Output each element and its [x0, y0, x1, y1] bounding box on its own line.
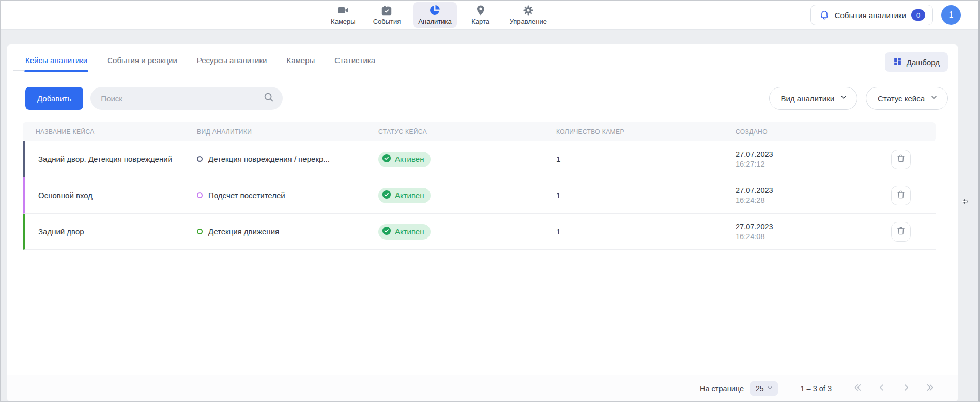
- nav-item-analytics[interactable]: Аналитика: [413, 2, 456, 28]
- delete-case-button[interactable]: [891, 222, 911, 242]
- double-chevron-right-icon: [925, 382, 936, 394]
- search-input[interactable]: [101, 94, 263, 103]
- events-count-badge: 0: [911, 9, 925, 21]
- nav-label: Камеры: [331, 18, 356, 25]
- bell-icon: [819, 9, 830, 21]
- created-date: 27.07.2023: [736, 186, 891, 195]
- status-cell: Активен: [378, 224, 556, 240]
- tab-events-reactions[interactable]: События и реакции: [106, 53, 178, 72]
- cases-table: НАЗВАНИЕ КЕЙСА ВИД АНАЛИТИКИ СТАТУС КЕЙС…: [23, 122, 936, 250]
- per-page-select[interactable]: 25: [750, 381, 778, 396]
- avatar[interactable]: 1: [941, 5, 961, 25]
- trash-icon: [896, 189, 906, 201]
- table-row[interactable]: Задний двор. Детекция повреждений Детекц…: [23, 141, 936, 177]
- mouse-cursor: [961, 198, 969, 207]
- analytics-type-cell: Детекция повреждения / перекр...: [197, 155, 378, 163]
- tab-cameras[interactable]: Камеры: [285, 53, 316, 72]
- first-page-button[interactable]: [852, 382, 863, 394]
- tabs: Кейсы аналитики События и реакции Ресурс…: [24, 53, 376, 72]
- per-page-value: 25: [756, 384, 764, 393]
- analytics-type-label: Детекция движения: [208, 227, 279, 236]
- analytics-events-button[interactable]: События аналитики 0: [810, 5, 933, 25]
- nav-item-cameras[interactable]: Камеры: [326, 2, 361, 28]
- analytics-events-label: События аналитики: [835, 11, 906, 20]
- column-header-cameras: КОЛИЧЕСТВО КАМЕР: [556, 128, 736, 136]
- column-header-type: ВИД АНАЛИТИКИ: [197, 128, 378, 136]
- created-date: 27.07.2023: [736, 222, 891, 231]
- nav-item-management[interactable]: Управление: [504, 2, 552, 28]
- trash-icon: [896, 226, 906, 237]
- row-actions: [891, 222, 936, 242]
- pager: [852, 382, 936, 394]
- analytics-type-ring-icon: [197, 192, 203, 198]
- analytics-type-ring-icon: [197, 156, 203, 162]
- check-circle-icon: [382, 226, 391, 237]
- tab-analytics-cases[interactable]: Кейсы аналитики: [24, 53, 88, 72]
- chevron-down-icon: [767, 384, 773, 393]
- tab-analytics-resources[interactable]: Ресурсы аналитики: [196, 53, 268, 72]
- main-navigation: Камеры События Аналитика Карта Управлени…: [326, 2, 552, 28]
- nav-label: Аналитика: [418, 18, 451, 25]
- analytics-type-cell: Подсчет посетителей: [197, 191, 378, 200]
- case-name: Основной вход: [25, 191, 197, 200]
- created-date: 27.07.2023: [736, 150, 891, 158]
- camera-count: 1: [556, 191, 736, 200]
- created-cell: 27.07.2023 16:27:12: [736, 150, 891, 168]
- delete-case-button[interactable]: [891, 186, 911, 205]
- column-header-name: НАЗВАНИЕ КЕЙСА: [23, 128, 197, 136]
- check-circle-icon: [382, 154, 391, 165]
- column-header-created: СОЗДАНО: [736, 128, 891, 136]
- status-cell: Активен: [378, 188, 556, 203]
- per-page-label: На странице: [700, 384, 744, 393]
- status-badge: Активен: [378, 224, 431, 240]
- status-badge: Активен: [378, 152, 431, 167]
- check-circle-icon: [382, 190, 391, 201]
- analytics-cases-panel: Кейсы аналитики События и реакции Ресурс…: [7, 44, 958, 401]
- analytics-type-label: Подсчет посетителей: [208, 191, 285, 200]
- nav-item-map[interactable]: Карта: [464, 2, 497, 28]
- status-badge: Активен: [378, 188, 431, 203]
- dashboard-button[interactable]: Дашборд: [885, 52, 948, 72]
- nav-label: События: [373, 18, 401, 25]
- table-header: НАЗВАНИЕ КЕЙСА ВИД АНАЛИТИКИ СТАТУС КЕЙС…: [23, 122, 936, 141]
- created-cell: 27.07.2023 16:24:28: [736, 186, 891, 204]
- table-row[interactable]: Задний двор Детекция движения Активен 1 …: [23, 214, 936, 250]
- nav-item-events[interactable]: События: [368, 2, 406, 28]
- last-page-button[interactable]: [925, 382, 936, 394]
- pagination-bar: На странице 25 1 – 3 of 3: [7, 375, 958, 401]
- created-time: 16:27:12: [736, 160, 891, 168]
- chevron-left-icon: [877, 382, 887, 394]
- camera-count: 1: [556, 227, 736, 236]
- trash-icon: [896, 153, 906, 165]
- case-status-filter[interactable]: Статус кейса: [866, 87, 948, 110]
- case-name: Задний двор. Детекция повреждений: [25, 155, 197, 163]
- page-range-label: 1 – 3 of 3: [801, 384, 832, 393]
- case-status-filter-label: Статус кейса: [878, 94, 925, 103]
- search-box: [90, 87, 283, 110]
- next-page-button[interactable]: [901, 382, 911, 394]
- analytics-type-cell: Детекция движения: [197, 227, 378, 236]
- created-time: 16:24:28: [736, 196, 891, 204]
- camera-icon: [337, 4, 349, 17]
- tab-statistics[interactable]: Статистика: [333, 53, 376, 72]
- toolbar: Добавить Вид аналитики Статус кейса: [25, 87, 948, 110]
- double-chevron-left-icon: [852, 382, 863, 394]
- chevron-right-icon: [901, 382, 911, 394]
- add-case-button[interactable]: Добавить: [25, 87, 83, 110]
- row-actions: [891, 186, 936, 205]
- filters: Вид аналитики Статус кейса: [769, 87, 948, 110]
- nav-label: Карта: [471, 18, 489, 25]
- event-check-icon: [380, 4, 393, 17]
- status-label: Активен: [395, 227, 424, 236]
- search-icon[interactable]: [263, 92, 274, 105]
- dashboard-grid-icon: [893, 57, 902, 67]
- status-cell: Активен: [378, 152, 556, 167]
- table-row[interactable]: Основной вход Подсчет посетителей Активе…: [23, 177, 936, 214]
- prev-page-button[interactable]: [877, 382, 887, 394]
- created-time: 16:24:08: [736, 232, 891, 241]
- delete-case-button[interactable]: [891, 150, 911, 169]
- top-bar: Камеры События Аналитика Карта Управлени…: [1, 1, 978, 30]
- nav-label: Управление: [510, 18, 547, 25]
- tabs-row: Кейсы аналитики События и реакции Ресурс…: [7, 44, 958, 75]
- analytics-type-filter[interactable]: Вид аналитики: [769, 87, 858, 110]
